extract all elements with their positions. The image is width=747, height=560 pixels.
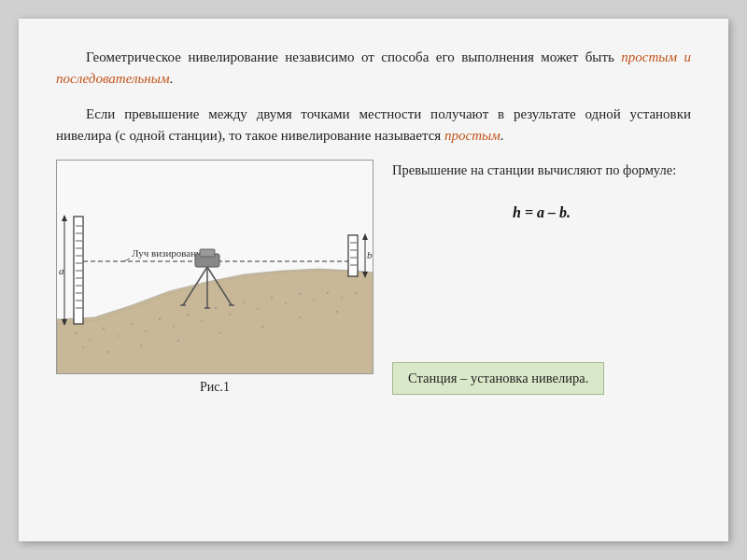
slide: Геометрическое нивелирование независимо … — [19, 19, 728, 541]
svg-point-7 — [131, 323, 133, 325]
content-area: Луч визирования — [56, 160, 691, 395]
figure-column: Луч визирования — [56, 160, 374, 395]
svg-point-15 — [243, 301, 245, 303]
svg-point-4 — [89, 339, 91, 341]
svg-point-27 — [177, 340, 179, 342]
formula-intro: Превышение на станции вычисляют по форму… — [392, 160, 691, 180]
svg-point-17 — [271, 297, 273, 299]
para1-text1: Геометрическое нивелирование независимо … — [86, 49, 621, 64]
right-column: Превышение на станции вычисляют по форму… — [392, 160, 691, 395]
para2-text: Если превышение между двумя точками мест… — [56, 106, 691, 143]
svg-point-20 — [313, 299, 315, 301]
svg-point-22 — [341, 297, 343, 299]
svg-rect-53 — [200, 249, 215, 257]
svg-point-12 — [201, 320, 203, 322]
svg-point-31 — [336, 311, 338, 313]
svg-point-18 — [285, 302, 287, 304]
formula: h = a – b. — [392, 204, 691, 221]
svg-point-11 — [187, 314, 189, 315]
indent-2 — [56, 104, 86, 125]
svg-point-13 — [215, 307, 217, 309]
svg-point-21 — [327, 292, 329, 294]
station-box: Станция – установка нивелира. — [392, 362, 604, 395]
figure-box: Луч визирования — [56, 160, 374, 374]
station-box-wrapper: Станция – установка нивелира. — [392, 306, 691, 395]
svg-point-16 — [257, 308, 259, 310]
para1-text2: . — [170, 71, 174, 86]
svg-point-24 — [82, 346, 84, 348]
svg-point-6 — [117, 335, 119, 337]
svg-point-3 — [75, 332, 77, 334]
svg-point-26 — [140, 344, 142, 346]
svg-point-29 — [261, 326, 263, 328]
svg-point-8 — [145, 330, 147, 332]
paragraph-2: Если превышение между двумя точками мест… — [56, 104, 691, 147]
para2-text2: . — [500, 128, 504, 143]
paragraph-1: Геометрическое нивелирование независимо … — [56, 47, 691, 91]
svg-point-10 — [173, 326, 175, 328]
svg-point-14 — [229, 314, 231, 315]
svg-point-30 — [299, 316, 301, 318]
svg-point-19 — [299, 293, 301, 295]
svg-point-28 — [219, 332, 221, 334]
para2-italic: простым — [444, 128, 500, 143]
fig-caption: Рис.1 — [200, 380, 230, 395]
svg-point-9 — [159, 318, 161, 320]
svg-point-23 — [355, 292, 357, 294]
svg-rect-45 — [348, 235, 358, 276]
svg-text:a: a — [59, 265, 64, 276]
svg-text:b: b — [367, 249, 373, 260]
svg-point-25 — [107, 351, 109, 353]
indent-1 — [56, 47, 86, 68]
leveling-diagram: Луч визирования — [57, 161, 374, 374]
svg-point-5 — [103, 328, 105, 329]
